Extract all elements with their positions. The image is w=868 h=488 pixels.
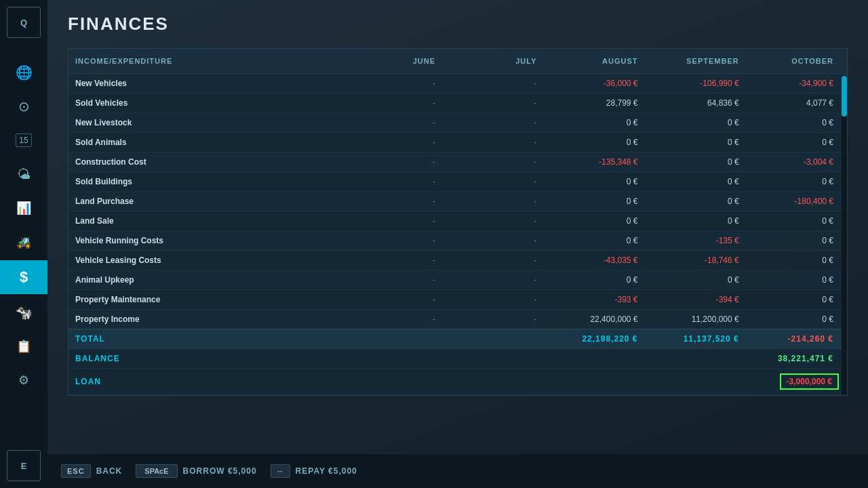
table-cell: 0 € <box>543 192 644 211</box>
table-cell: 0 € <box>645 113 746 133</box>
sidebar-item-stats[interactable]: 📊 <box>7 192 41 224</box>
table-cell: - <box>341 74 442 94</box>
loan-value-highlighted: -3,000,000 € <box>780 373 839 390</box>
table-row: New Vehicles---36,000 €-106,990 €-34,900… <box>68 74 847 94</box>
table-cell: - <box>341 113 442 133</box>
sidebar-item-vehicle[interactable]: ⊙ <box>7 91 41 122</box>
table-cell: - <box>341 192 442 211</box>
sidebar-item-globe[interactable]: 🌐 <box>7 57 41 88</box>
sidebar-item-calendar[interactable]: 15 <box>7 125 41 156</box>
table-cell: Sold Buildings <box>68 172 341 192</box>
table-cell: Land Sale <box>68 211 341 231</box>
table-cell: - <box>442 74 543 94</box>
loan-cell <box>645 369 746 395</box>
table-cell: 64,836 € <box>645 94 746 113</box>
table-cell: 0 € <box>746 211 847 231</box>
sidebar-item-animals[interactable]: 🐄 <box>7 297 41 328</box>
repay-label: REPAY €5,000 <box>296 466 357 476</box>
table-cell: - <box>442 310 543 329</box>
finance-icon: $ <box>20 268 28 286</box>
borrow-button[interactable]: SPAcE BORROW €5,000 <box>136 464 256 478</box>
sidebar-item-contracts[interactable]: 📋 <box>7 331 41 362</box>
table-cell: Land Purchase <box>68 192 341 211</box>
balance-cell <box>543 349 644 369</box>
table-cell: - <box>341 251 442 270</box>
back-label: BACK <box>96 466 123 476</box>
table-cell: -3,004 € <box>746 152 847 172</box>
tractor-icon: 🚜 <box>16 235 31 249</box>
table-cell: - <box>341 172 442 192</box>
table-cell: Construction Cost <box>68 152 341 172</box>
contracts-icon: 📋 <box>16 339 31 354</box>
production-icon: ⚙ <box>18 373 29 388</box>
repay-button[interactable]: ↔ REPAY €5,000 <box>271 464 357 478</box>
q-icon: Q <box>20 18 27 28</box>
esc-key-badge: ESC <box>61 464 91 478</box>
table-row: Vehicle Leasing Costs---43,035 €-18,746 … <box>68 251 847 270</box>
table-cell: 0 € <box>746 231 847 251</box>
finances-table-container: INCOME/EXPENDITURE JUNE JULY AUGUST SEPT… <box>68 48 848 396</box>
sidebar-item-finance[interactable]: $ <box>0 260 47 294</box>
table-cell: -34,900 € <box>746 74 847 94</box>
table-cell: 0 € <box>645 192 746 211</box>
table-cell: 0 € <box>645 172 746 192</box>
sidebar-item-tractor[interactable]: 🚜 <box>7 226 41 258</box>
table-cell: 0 € <box>746 310 847 329</box>
balance-cell: BALANCE <box>68 349 341 369</box>
sidebar: Q 🌐 ⊙ 15 🌤 📊 🚜 $ 🐄 📋 ⚙ E <box>0 0 47 488</box>
table-row: Sold Animals--0 €0 €0 € <box>68 133 847 152</box>
table-cell: Property Maintenance <box>68 290 341 310</box>
table-cell: 0 € <box>543 113 644 133</box>
table-cell: - <box>442 211 543 231</box>
table-cell: 0 € <box>645 133 746 152</box>
loan-cell <box>442 369 543 395</box>
scrollbar-track[interactable] <box>842 76 847 395</box>
globe-icon: 🌐 <box>16 64 33 81</box>
table-cell: 0 € <box>746 251 847 270</box>
page-title: FINANCES <box>68 14 848 35</box>
col-header-july: JULY <box>442 49 543 74</box>
total-cell <box>442 329 543 349</box>
arrow-key-badge: ↔ <box>271 464 290 478</box>
table-cell: -106,990 € <box>645 74 746 94</box>
loan-cell: LOAN <box>68 369 341 395</box>
total-row: TOTAL22,198,220 €11,137,520 €-214,260 € <box>68 329 847 349</box>
col-header-october: OCTOBER <box>746 49 847 74</box>
scrollbar-thumb[interactable] <box>842 76 847 117</box>
sidebar-item-weather[interactable]: 🌤 <box>7 159 41 190</box>
col-header-september: SEPTEMBER <box>645 49 746 74</box>
balance-cell <box>341 349 442 369</box>
table-cell: - <box>341 94 442 113</box>
main-content: FINANCES INCOME/EXPENDITURE JUNE JULY AU… <box>47 0 868 488</box>
borrow-label: BORROW €5,000 <box>183 466 257 476</box>
finances-table: INCOME/EXPENDITURE JUNE JULY AUGUST SEPT… <box>68 49 847 395</box>
table-row: Land Sale--0 €0 €0 € <box>68 211 847 231</box>
sidebar-item-e[interactable]: E <box>7 450 41 481</box>
table-row: New Livestock--0 €0 €0 € <box>68 113 847 133</box>
table-header-row: INCOME/EXPENDITURE JUNE JULY AUGUST SEPT… <box>68 49 847 74</box>
table-cell: - <box>442 231 543 251</box>
loan-row: LOAN-3,000,000 € <box>68 369 847 395</box>
total-cell <box>341 329 442 349</box>
table-cell: - <box>442 94 543 113</box>
table-cell: 22,400,000 € <box>543 310 644 329</box>
table-cell: - <box>341 231 442 251</box>
table-cell: 0 € <box>645 152 746 172</box>
total-cell: 22,198,220 € <box>543 329 644 349</box>
table-cell: 0 € <box>645 211 746 231</box>
table-row: Animal Upkeep--0 €0 €0 € <box>68 270 847 290</box>
table-cell: - <box>442 270 543 290</box>
table-row: Construction Cost---135,348 €0 €-3,004 € <box>68 152 847 172</box>
table-row: Property Income--22,400,000 €11,200,000 … <box>68 310 847 329</box>
back-button[interactable]: ESC BACK <box>61 464 122 478</box>
sidebar-item-production[interactable]: ⚙ <box>7 365 41 396</box>
table-cell: 0 € <box>543 172 644 192</box>
total-cell: 11,137,520 € <box>645 329 746 349</box>
table-cell: - <box>442 251 543 270</box>
table-cell: 0 € <box>543 270 644 290</box>
table-cell: - <box>341 152 442 172</box>
sidebar-item-q[interactable]: Q <box>7 7 41 38</box>
table-cell: - <box>442 290 543 310</box>
balance-cell <box>645 349 746 369</box>
table-cell: 0 € <box>543 133 644 152</box>
